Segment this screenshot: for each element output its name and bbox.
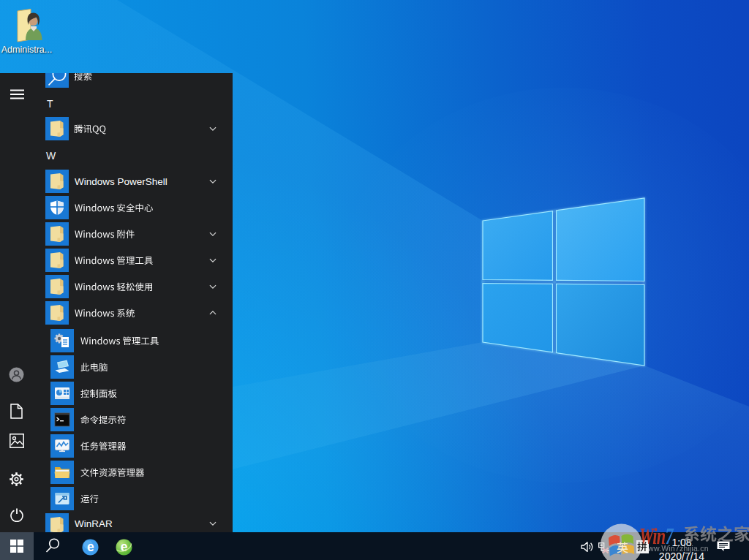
svg-text:e: e <box>121 540 128 554</box>
svg-text:e: e <box>87 540 94 554</box>
